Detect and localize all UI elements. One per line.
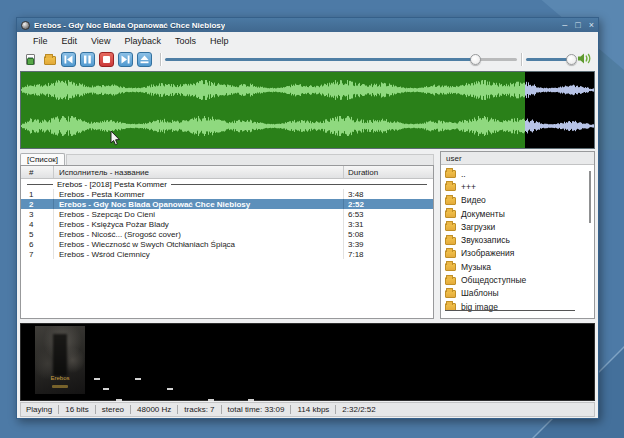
- eject-button[interactable]: [137, 52, 152, 67]
- folder-item[interactable]: Музыка: [441, 260, 594, 273]
- eject-icon: [140, 55, 149, 64]
- add-file-icon: [26, 54, 35, 65]
- playlist-track-row[interactable]: 5 Erebos - Nicość... (Srogość cover) 5:0…: [21, 229, 433, 239]
- folder-name: Изображения: [461, 248, 514, 258]
- album-art: Erebos: [35, 326, 85, 394]
- folder-item[interactable]: ..: [441, 167, 594, 180]
- track-duration: 3:31: [344, 219, 433, 229]
- folder-item[interactable]: Документы: [441, 207, 594, 220]
- folder-item[interactable]: big image: [441, 300, 594, 313]
- spectrum-peak: [135, 378, 141, 380]
- track-title: Erebos - Szepcąc Do Cieni: [54, 209, 344, 219]
- playlist-track-row[interactable]: 2 Erebos - Gdy Noc Blada Opanować Chce N…: [21, 199, 433, 209]
- player-window: Erebos - Gdy Noc Blada Opanować Chce Nie…: [16, 17, 599, 419]
- menu-item[interactable]: Help: [203, 34, 236, 48]
- menu-item[interactable]: Tools: [168, 34, 203, 48]
- menu-item[interactable]: Edit: [55, 34, 85, 48]
- volume-handle[interactable]: [566, 54, 577, 65]
- waveform-seekbar[interactable]: [20, 71, 595, 149]
- add-folder-button[interactable]: [42, 52, 57, 67]
- playlist-tabstrip: [Список]: [20, 151, 434, 165]
- file-browser-horizontal-scrollbar[interactable]: [445, 310, 575, 311]
- track-title: Erebos - Księżyca Pożar Blady: [54, 219, 344, 229]
- folder-item[interactable]: Шаблоны: [441, 287, 594, 300]
- spectrum-peak: [167, 388, 173, 390]
- track-duration: 7:18: [344, 249, 433, 259]
- folder-item[interactable]: Видео: [441, 194, 594, 207]
- volume-track[interactable]: [526, 58, 571, 61]
- previous-icon: [64, 55, 73, 64]
- track-number: 5: [21, 229, 54, 239]
- menubar: FileEditViewPlaybackToolsHelp: [17, 32, 598, 50]
- playlist: # Исполнитель - название Duration Erebos…: [20, 165, 434, 319]
- track-number: 1: [21, 189, 54, 199]
- album-art-band-name: Erebos: [35, 375, 85, 381]
- track-title: Erebos - Wieczność w Swych Otchłaniach Ś…: [54, 239, 344, 249]
- folder-item[interactable]: Изображения: [441, 247, 594, 260]
- folder-icon: [445, 197, 456, 205]
- column-header-number[interactable]: #: [21, 166, 54, 178]
- folder-name: Общедоступные: [461, 275, 526, 285]
- track-title: Erebos - Pesta Kommer: [54, 189, 344, 199]
- folder-icon: [445, 210, 456, 218]
- next-button[interactable]: [118, 52, 133, 67]
- add-file-button[interactable]: [23, 52, 38, 67]
- menu-item[interactable]: Playback: [117, 34, 168, 48]
- maximize-button[interactable]: □: [575, 21, 580, 30]
- album-group-header: Erebos - [2018] Pesta Kommer: [21, 179, 433, 189]
- track-number: 7: [21, 249, 54, 259]
- playlist-track-row[interactable]: 7 Erebos - Wśród Ciemnicy 7:18: [21, 249, 433, 259]
- track-duration: 2:52: [344, 199, 433, 209]
- spectrum-peak: [116, 399, 122, 401]
- next-icon: [121, 55, 130, 64]
- seek-track[interactable]: [165, 58, 517, 61]
- pause-button[interactable]: [80, 52, 95, 67]
- playlist-track-row[interactable]: 3 Erebos - Szepcąc Do Cieni 6:53: [21, 209, 433, 219]
- playlist-tab[interactable]: [Список]: [20, 153, 65, 165]
- column-header-duration[interactable]: Duration: [344, 166, 433, 178]
- playlist-track-row[interactable]: 4 Erebos - Księżyca Pożar Blady 3:31: [21, 219, 433, 229]
- folder-name: Видео: [461, 195, 486, 205]
- playlist-track-row[interactable]: 1 Erebos - Pesta Kommer 3:48: [21, 189, 433, 199]
- playlist-column-headers: # Исполнитель - название Duration: [21, 166, 433, 179]
- seek-slider[interactable]: [165, 52, 517, 67]
- folder-item[interactable]: Звукозапись: [441, 233, 594, 246]
- desktop-background: Erebos - Gdy Noc Blada Opanować Chce Nie…: [0, 0, 624, 438]
- track-duration: 6:53: [344, 209, 433, 219]
- status-segment: tracks: 7: [177, 405, 214, 414]
- status-segment: 48000 Hz: [130, 405, 171, 414]
- speaker-icon: [577, 51, 592, 69]
- statusbar: Playing16 bitsstereo48000 Hztracks: 7tot…: [20, 402, 595, 417]
- close-button[interactable]: ×: [589, 21, 594, 30]
- file-browser-vertical-scrollbar[interactable]: [589, 171, 591, 223]
- column-header-artist-title[interactable]: Исполнитель - название: [54, 166, 344, 178]
- folder-icon: [445, 263, 456, 271]
- folder-icon: [445, 170, 456, 178]
- folder-item[interactable]: Общедоступные: [441, 273, 594, 286]
- toolbar-separator: [160, 53, 161, 66]
- folder-name: Документы: [461, 209, 505, 219]
- tabstrip-empty-area[interactable]: [66, 154, 434, 165]
- volume-slider[interactable]: [526, 52, 571, 67]
- spectrum-peak: [248, 399, 254, 401]
- seek-handle[interactable]: [470, 54, 481, 65]
- playlist-track-row[interactable]: 6 Erebos - Wieczność w Swych Otchłaniach…: [21, 239, 433, 249]
- playlist-rows: 1 Erebos - Pesta Kommer 3:48 2 Erebos - …: [21, 189, 433, 259]
- folder-item[interactable]: Загрузки: [441, 220, 594, 233]
- track-duration: 3:39: [344, 239, 433, 249]
- folder-name: +++: [461, 182, 476, 192]
- waveform-svg: [21, 72, 594, 148]
- file-browser-current-dir: user: [441, 152, 594, 165]
- minimize-button[interactable]: –: [562, 21, 567, 30]
- playlist-pane: [Список] # Исполнитель - название Durati…: [20, 151, 434, 319]
- folder-item[interactable]: +++: [441, 180, 594, 193]
- track-duration: 5:08: [344, 229, 433, 239]
- previous-button[interactable]: [61, 52, 76, 67]
- menu-item[interactable]: View: [84, 34, 117, 48]
- stop-icon: [102, 55, 111, 64]
- menu-item[interactable]: File: [26, 34, 55, 48]
- titlebar[interactable]: Erebos - Gdy Noc Blada Opanować Chce Nie…: [17, 18, 598, 32]
- stop-button[interactable]: [99, 52, 114, 67]
- file-browser-list: .. +++ Видео: [441, 165, 594, 318]
- track-number: 2: [21, 199, 54, 209]
